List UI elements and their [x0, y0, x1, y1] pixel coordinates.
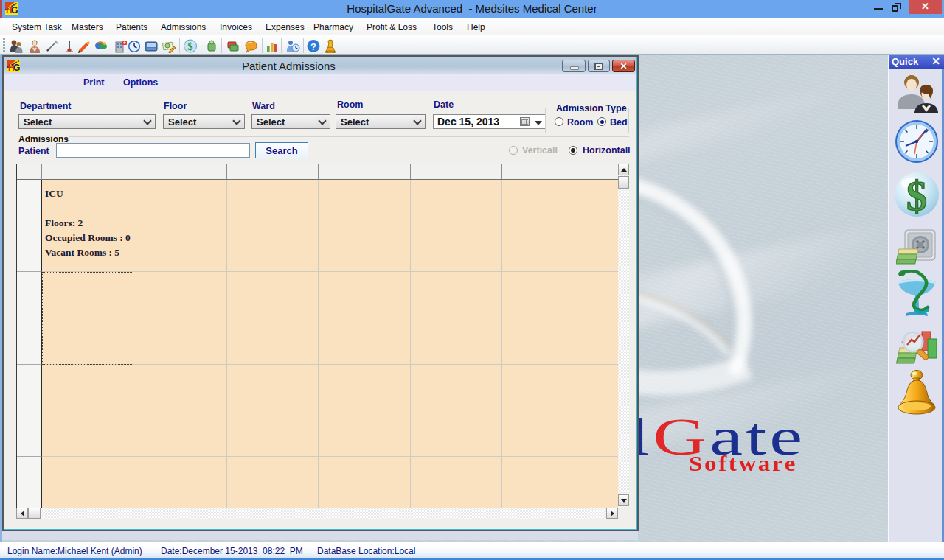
svg-text:$: $: [188, 41, 193, 52]
svg-text:?: ?: [310, 41, 316, 52]
svg-text:G: G: [13, 63, 20, 72]
svg-text:$: $: [906, 173, 927, 217]
